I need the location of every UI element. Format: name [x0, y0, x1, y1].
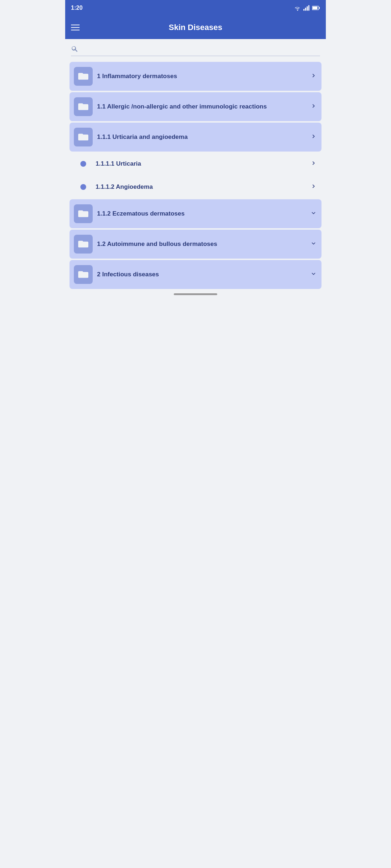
item-label: 2 Infectious diseases — [97, 271, 307, 278]
list-item[interactable]: 1.2 Autoimmune and bullous dermatoses — [70, 230, 321, 259]
list-item[interactable]: 1.1.1.1 Urticaria — [70, 153, 321, 175]
list-item[interactable]: 1.1 Allergic /non-allergic and other imm… — [70, 92, 321, 121]
battery-icon — [312, 5, 320, 11]
folder-icon — [78, 71, 88, 81]
folder-icon — [78, 209, 88, 219]
search-input-wrapper[interactable] — [71, 45, 320, 56]
list-item[interactable]: 1.1.1.2 Angioedema — [70, 176, 321, 198]
svg-rect-6 — [312, 7, 318, 9]
arrow-right-icon — [310, 102, 317, 111]
folder-icon-container — [74, 97, 93, 116]
svg-rect-0 — [303, 9, 304, 11]
status-icons — [294, 5, 320, 11]
status-bar: 1:20 — [65, 0, 326, 16]
item-label: 1.2 Autoimmune and bullous dermatoses — [97, 240, 307, 248]
arrow-down-icon — [310, 270, 317, 279]
arrow-right-icon — [310, 72, 317, 81]
item-label: 1.1.1.2 Angioedema — [96, 183, 307, 191]
wifi-icon — [294, 5, 301, 11]
arrow-right-icon — [310, 159, 317, 168]
list-item-infectious-diseases[interactable]: 2 Infectious diseases — [70, 260, 321, 289]
leaf-dot — [80, 161, 86, 167]
list-item[interactable]: 1.1.1 Urticaria and angioedema — [70, 123, 321, 152]
list-item[interactable]: 1 Inflammatory dermatoses — [70, 62, 321, 91]
page-title: Skin Diseases — [85, 23, 306, 32]
folder-icon-container — [74, 235, 93, 254]
svg-rect-1 — [305, 8, 306, 10]
folder-icon-container — [74, 67, 93, 86]
svg-rect-5 — [319, 7, 320, 9]
home-indicator-bar — [174, 293, 217, 295]
item-label: 1 Inflammatory dermatoses — [97, 72, 307, 80]
app-header: Skin Diseases — [65, 16, 326, 39]
search-input[interactable] — [82, 46, 320, 52]
item-label: 1.1.2 Eczematous dermatoses — [97, 210, 307, 218]
category-list: 1 Inflammatory dermatoses 1.1 Allergic /… — [65, 59, 326, 289]
item-label: 1.1.1.1 Urticaria — [96, 160, 307, 168]
arrow-right-icon — [310, 133, 317, 141]
arrow-right-icon — [310, 183, 317, 191]
list-item[interactable]: 1.1.2 Eczematous dermatoses — [70, 199, 321, 228]
search-bar-container — [65, 39, 326, 59]
search-icon — [71, 45, 79, 53]
leaf-dot — [80, 184, 86, 190]
folder-icon-container — [74, 204, 93, 223]
signal-icon — [303, 5, 310, 11]
arrow-down-icon — [310, 209, 317, 218]
item-label: 1.1 Allergic /non-allergic and other imm… — [97, 103, 307, 111]
folder-icon — [78, 132, 88, 142]
folder-icon — [78, 102, 88, 112]
arrow-down-icon — [310, 240, 317, 248]
svg-rect-3 — [308, 5, 310, 11]
home-indicator — [65, 289, 326, 298]
status-time: 1:20 — [71, 5, 83, 11]
folder-icon — [78, 239, 88, 249]
folder-icon-container — [74, 128, 93, 146]
folder-icon-container — [74, 265, 93, 284]
svg-rect-2 — [307, 7, 308, 11]
folder-icon — [78, 269, 88, 280]
item-label: 1.1.1 Urticaria and angioedema — [97, 133, 307, 141]
hamburger-menu-button[interactable] — [71, 25, 80, 30]
